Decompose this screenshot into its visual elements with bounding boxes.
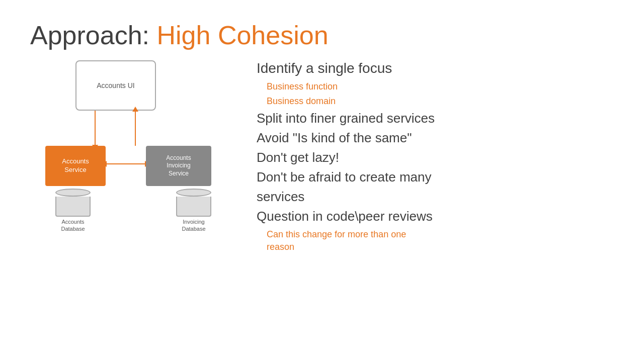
db-top-accounts <box>55 189 91 197</box>
arrow-down-left <box>95 111 96 146</box>
bidir-arrow <box>106 163 146 164</box>
identify-text: Identify a single focus <box>257 60 614 76</box>
accounts-ui-label: Accounts UI <box>97 81 134 89</box>
dont-afraid-label: Don't be afraid to create many <box>257 169 431 185</box>
invoicing-database: InvoicingDatabase <box>176 189 211 233</box>
diagram: Accounts UI AccountsService AccountsInvo… <box>30 60 242 347</box>
bullet-business-domain: Business domain <box>267 96 614 107</box>
bullet-business-function: Business function <box>267 81 614 92</box>
accounts-service-box: AccountsService <box>45 146 106 186</box>
services-text: services <box>257 189 614 205</box>
dont-afraid-text: Don't be afraid to create many <box>257 169 614 185</box>
accounts-service-label: AccountsService <box>62 157 89 174</box>
accounts-database: AccountsDatabase <box>55 189 91 233</box>
dont-lazy-text: Don't get lazy! <box>257 150 614 165</box>
arrow-up-right <box>135 111 136 146</box>
split-services-text: Split into finer grained services <box>257 111 614 126</box>
accounts-invoicing-box: AccountsInvoicingService <box>146 146 211 186</box>
title-highlight: High Cohesion <box>157 21 329 50</box>
text-panel: Identify a single focus Business functio… <box>242 60 614 347</box>
accounts-ui-box: Accounts UI <box>75 60 156 111</box>
invoicing-db-label: InvoicingDatabase <box>182 218 205 233</box>
avoid-same-text: Avoid "Is kind of the same" <box>257 130 614 146</box>
db-body-invoicing <box>176 197 211 217</box>
content-area: Accounts UI AccountsService AccountsInvo… <box>30 60 614 347</box>
accounts-invoicing-label: AccountsInvoicingService <box>166 154 191 178</box>
slide-title: Approach: High Cohesion <box>30 20 614 50</box>
title-prefix: Approach: <box>30 21 157 50</box>
db-top-invoicing <box>176 189 211 197</box>
question-text: Question in code\peer reviews <box>257 209 614 224</box>
db-body-accounts <box>55 197 91 217</box>
can-change-text: Can this change for more than onereason <box>267 228 614 253</box>
slide: Approach: High Cohesion Accounts UI Acco… <box>0 0 644 362</box>
accounts-db-label: AccountsDatabase <box>61 218 85 233</box>
